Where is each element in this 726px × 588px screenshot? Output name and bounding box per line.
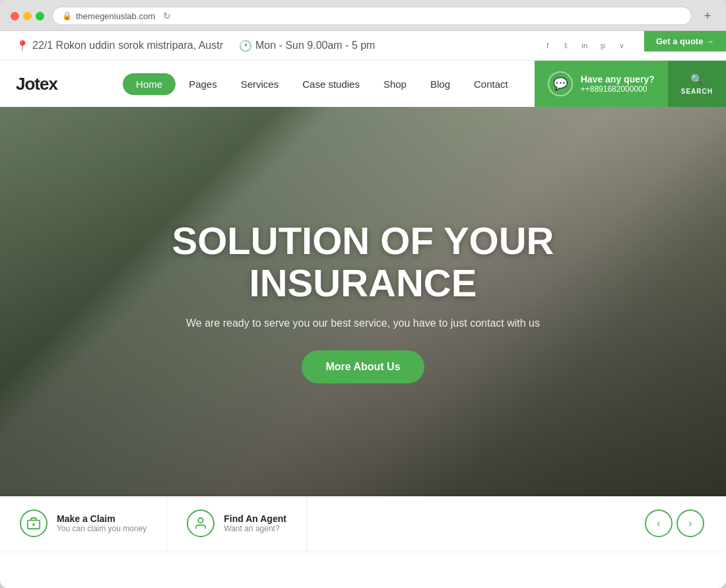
top-bar: 📍 22/1 Rokon uddin sorok mistripara, Aus… (0, 31, 644, 60)
agent-subtitle: Want an agent? (224, 524, 286, 533)
bottom-arrows: ‹ › (623, 496, 726, 550)
address-info: 📍 22/1 Rokon uddin sorok mistripara, Aus… (16, 40, 223, 52)
claim-title: Make a Claim (57, 513, 147, 524)
hero-section: SOLUTION OF YOUR INSURANCE We are ready … (0, 107, 726, 496)
address-bar[interactable]: 🔒 themegeniuslab.com ↻ (52, 7, 692, 25)
query-label: Have any query? (581, 74, 655, 84)
bottom-bar: Make a Claim You can claim you money Fin… (0, 496, 726, 550)
top-bar-right: f 𝕥 in 𝕡 v (541, 39, 628, 52)
svg-point-3 (199, 518, 203, 523)
nav-services[interactable]: Services (230, 72, 290, 96)
hero-title: SOLUTION OF YOUR INSURANCE (172, 220, 554, 304)
contact-text: Have any query? ++8891682000000 (581, 74, 655, 94)
hero-title-line2: INSURANCE (172, 262, 554, 304)
twitter-icon[interactable]: 𝕥 (560, 39, 573, 52)
phone-number: ++8891682000000 (581, 84, 655, 94)
search-icon: 🔍 (690, 73, 704, 86)
facebook-icon[interactable]: f (541, 39, 554, 52)
nav-case-studies[interactable]: Case studies (292, 72, 370, 96)
maximize-dot[interactable] (36, 12, 44, 20)
nav-links: Home Pages Services Case studies Shop Bl… (123, 72, 519, 96)
claim-icon (20, 509, 48, 537)
prev-arrow-button[interactable]: ‹ (645, 509, 673, 537)
browser-dots (11, 12, 44, 20)
vimeo-icon[interactable]: v (615, 39, 628, 52)
url-text: themegeniuslab.com (76, 11, 155, 21)
more-about-us-button[interactable]: More About Us (302, 350, 424, 383)
close-dot[interactable] (11, 12, 19, 20)
search-label: SEARCH (681, 88, 713, 95)
search-button[interactable]: 🔍 SEARCH (668, 61, 726, 107)
get-quote-button[interactable]: Get a quote → (644, 31, 726, 51)
location-icon: 📍 (16, 40, 29, 52)
clock-icon: 🕐 (239, 40, 252, 52)
hours-info: 🕐 Mon - Sun 9.00am - 5 pm (239, 40, 375, 52)
nav-home[interactable]: Home (123, 73, 176, 95)
find-agent-item: Find An Agent Want an agent? (167, 496, 307, 550)
address-text: 22/1 Rokon uddin sorok mistripara, Austr (32, 40, 223, 51)
nav-blog[interactable]: Blog (420, 72, 461, 96)
browser-chrome: 🔒 themegeniuslab.com ↻ + (0, 0, 726, 31)
nav-pages[interactable]: Pages (178, 72, 228, 96)
hero-title-line1: SOLUTION OF YOUR (172, 220, 554, 262)
agent-icon (187, 509, 214, 537)
website-content: 📍 22/1 Rokon uddin sorok mistripara, Aus… (0, 31, 726, 588)
hero-content: SOLUTION OF YOUR INSURANCE We are ready … (159, 220, 568, 383)
new-tab-button[interactable]: + (700, 8, 715, 24)
next-arrow-button[interactable]: › (676, 509, 704, 537)
agent-text: Find An Agent Want an agent? (224, 513, 286, 533)
top-bar-left: 📍 22/1 Rokon uddin sorok mistripara, Aus… (16, 40, 375, 52)
bottom-items: Make a Claim You can claim you money Fin… (0, 496, 623, 550)
minimize-dot[interactable] (23, 12, 32, 20)
make-claim-item: Make a Claim You can claim you money (0, 496, 167, 550)
pinterest-icon[interactable]: 𝕡 (597, 39, 610, 52)
lock-icon: 🔒 (62, 11, 72, 20)
social-icons: f 𝕥 in 𝕡 v (541, 39, 628, 52)
linkedin-icon[interactable]: in (578, 39, 591, 52)
claim-subtitle: You can claim you money (57, 524, 147, 533)
claim-text: Make a Claim You can claim you money (57, 513, 147, 533)
nav-contact[interactable]: Contact (463, 72, 519, 96)
nav-shop[interactable]: Shop (373, 72, 417, 96)
agent-title: Find An Agent (224, 513, 286, 524)
hours-text: Mon - Sun 9.00am - 5 pm (255, 40, 375, 51)
browser-window: 🔒 themegeniuslab.com ↻ + 📍 22/1 Rokon ud… (0, 0, 726, 588)
nav-contact-info: 💬 Have any query? ++8891682000000 (535, 61, 668, 107)
chat-icon: 💬 (548, 71, 573, 96)
hero-subtitle: We are ready to serve you our best servi… (172, 317, 554, 329)
site-logo[interactable]: Jotex (16, 63, 57, 105)
navbar: Jotex Home Pages Services Case studies S… (0, 61, 535, 107)
refresh-icon[interactable]: ↻ (163, 11, 171, 21)
